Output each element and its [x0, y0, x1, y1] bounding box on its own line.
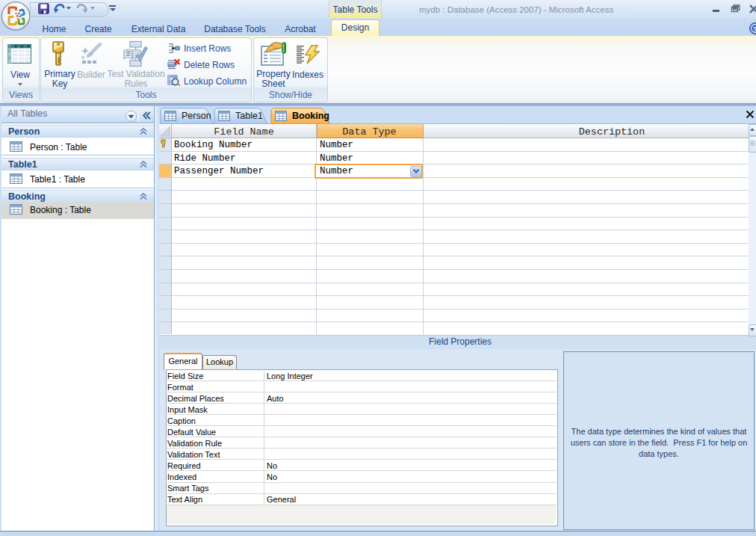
svg-text:?: ?: [753, 25, 756, 33]
